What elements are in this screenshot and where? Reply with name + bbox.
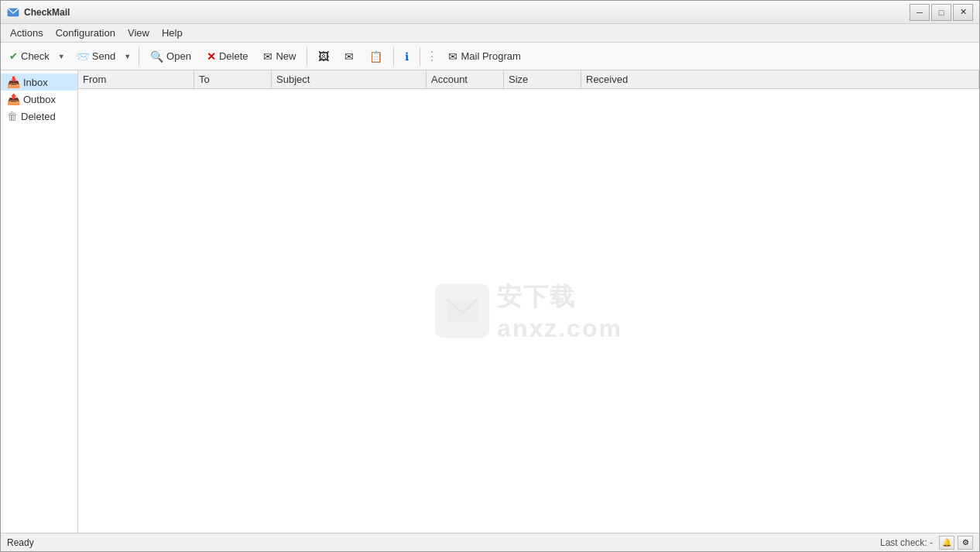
toolbar-grip: ⋮ xyxy=(424,49,440,63)
toolbar-separator-3 xyxy=(393,47,394,66)
title-bar: CheckMail ─ □ ✕ xyxy=(1,1,979,24)
col-header-to[interactable]: To xyxy=(194,70,272,88)
col-header-from[interactable]: From xyxy=(78,70,194,88)
sidebar-deleted-label: Deleted xyxy=(21,111,56,122)
delete-label: Delete xyxy=(219,50,248,62)
menu-actions[interactable]: Actions xyxy=(4,26,50,40)
toolbar-separator-4 xyxy=(420,47,420,66)
email-list[interactable]: 安下载anxz.com xyxy=(78,89,979,533)
photo-icon: 🖼 xyxy=(318,50,329,63)
window-title: CheckMail xyxy=(24,7,910,18)
status-icons: 🔔 ⚙ xyxy=(939,536,973,550)
watermark: 安下载anxz.com xyxy=(435,279,622,342)
check-button[interactable]: Check xyxy=(4,46,55,67)
main-content: 📥 Inbox 📤 Outbox 🗑 Deleted From To Subje… xyxy=(1,70,979,533)
delete-icon: ✕ xyxy=(207,50,216,63)
menu-help[interactable]: Help xyxy=(156,26,189,40)
mail-program-button[interactable]: ✉ Mail Program xyxy=(441,46,527,67)
status-icon-btn-1[interactable]: 🔔 xyxy=(939,536,954,550)
open-button[interactable]: 🔍 Open xyxy=(143,46,198,67)
menu-configuration[interactable]: Configuration xyxy=(50,26,122,40)
status-bell-icon: 🔔 xyxy=(942,538,951,547)
watermark-icon xyxy=(435,284,489,338)
last-check-label: Last check: xyxy=(880,537,927,548)
address-button[interactable]: 📋 xyxy=(362,46,389,67)
menu-bar: Actions Configuration View Help xyxy=(1,24,979,43)
new-button[interactable]: ✉ New xyxy=(256,46,303,67)
sidebar-item-deleted[interactable]: 🗑 Deleted xyxy=(1,108,77,125)
email-area: From To Subject Account Size Received 安下… xyxy=(78,70,979,533)
send-dropdown-arrow[interactable]: ▼ xyxy=(121,46,135,67)
check-dropdown-arrow[interactable]: ▼ xyxy=(55,46,69,67)
maximize-button[interactable]: □ xyxy=(931,4,951,21)
send-button-group: 📨 Send ▼ xyxy=(70,46,135,67)
check-label: Check xyxy=(21,50,50,62)
watermark-text: 安下载anxz.com xyxy=(497,279,622,342)
send-button[interactable]: 📨 Send xyxy=(70,46,121,67)
open-icon: 🔍 xyxy=(150,50,163,63)
send-label: Send xyxy=(92,50,115,62)
info-button[interactable] xyxy=(398,46,416,67)
status-right: Last check: - 🔔 ⚙ xyxy=(880,536,973,550)
col-header-size[interactable]: Size xyxy=(504,70,581,88)
info-icon xyxy=(405,50,409,63)
delete-button[interactable]: ✕ Delete xyxy=(200,46,255,67)
status-gear-icon: ⚙ xyxy=(962,538,969,547)
status-last-check: Last check: - xyxy=(880,537,933,548)
close-button[interactable]: ✕ xyxy=(953,4,973,21)
app-icon xyxy=(7,6,19,19)
main-window: CheckMail ─ □ ✕ Actions Configuration Vi… xyxy=(0,0,980,552)
sidebar-item-outbox[interactable]: 📤 Outbox xyxy=(1,91,77,108)
status-icon-btn-2[interactable]: ⚙ xyxy=(958,536,973,550)
sidebar: 📥 Inbox 📤 Outbox 🗑 Deleted xyxy=(1,70,78,533)
check-icon xyxy=(9,50,18,62)
sidebar-inbox-label: Inbox xyxy=(23,77,48,88)
check-button-group: Check ▼ xyxy=(4,46,69,67)
sidebar-outbox-label: Outbox xyxy=(23,94,56,105)
col-header-account[interactable]: Account xyxy=(427,70,504,88)
compose-button[interactable]: ✉ xyxy=(338,46,361,67)
new-icon: ✉ xyxy=(263,50,272,63)
deleted-icon: 🗑 xyxy=(7,110,18,122)
mail-program-icon: ✉ xyxy=(448,50,457,63)
sidebar-item-inbox[interactable]: 📥 Inbox xyxy=(1,74,77,91)
window-controls: ─ □ ✕ xyxy=(910,4,973,21)
last-check-value: - xyxy=(930,537,933,548)
new-label: New xyxy=(276,50,296,62)
column-headers: From To Subject Account Size Received xyxy=(78,70,979,89)
status-bar: Ready Last check: - 🔔 ⚙ xyxy=(1,533,979,551)
toolbar-separator-2 xyxy=(307,47,307,66)
inbox-icon: 📥 xyxy=(7,76,20,88)
col-header-subject[interactable]: Subject xyxy=(272,70,427,88)
mail-program-label: Mail Program xyxy=(461,50,520,62)
col-header-received[interactable]: Received xyxy=(581,70,979,88)
status-ready: Ready xyxy=(7,537,880,548)
svg-rect-1 xyxy=(447,300,478,323)
send-icon: 📨 xyxy=(76,50,89,63)
toolbar: Check ▼ 📨 Send ▼ 🔍 Open ✕ Delete ✉ New xyxy=(1,43,979,70)
minimize-button[interactable]: ─ xyxy=(910,4,930,21)
outbox-icon: 📤 xyxy=(7,93,20,105)
menu-view[interactable]: View xyxy=(122,26,156,40)
photo-button[interactable]: 🖼 xyxy=(311,46,336,67)
open-label: Open xyxy=(166,50,191,62)
address-icon: 📋 xyxy=(369,50,382,63)
toolbar-separator-1 xyxy=(139,47,139,66)
compose-icon: ✉ xyxy=(344,50,354,63)
